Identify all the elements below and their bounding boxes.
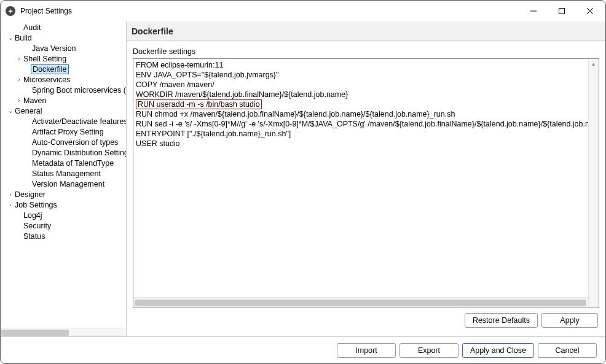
caret-placeholder: · (24, 44, 31, 53)
tree-item-label: Security (23, 222, 52, 230)
editor-line: FROM eclipse-temurin:11 (136, 60, 588, 70)
chevron-right-icon[interactable]: › (7, 190, 14, 199)
tree-item[interactable]: ·Log4j (1, 211, 126, 221)
caret-placeholder: · (24, 85, 31, 95)
tree-item-label: Spring Boot microservices (Deprecated) (31, 86, 126, 95)
titlebar: ✦ Project Settings (1, 1, 605, 21)
import-button[interactable]: Import (337, 343, 396, 358)
tree-item-label: Auto-Conversion of types (31, 138, 119, 147)
editor-vertical-scrollbar[interactable]: ▲ (588, 59, 599, 308)
tree-item[interactable]: ·Java Version (1, 44, 126, 54)
tree-item[interactable]: ›Shell Setting (1, 54, 126, 64)
tree-item[interactable]: ·Status Management (1, 169, 126, 179)
editor-horizontal-scrollbar[interactable] (133, 297, 588, 308)
tree-item-label: General (14, 107, 42, 115)
tree-item-label: Microservices (23, 76, 71, 84)
apply-and-close-button[interactable]: Apply and Close (462, 343, 534, 358)
tree-item[interactable]: ·Status (1, 231, 126, 242)
tree-item[interactable]: ⌄Build (1, 33, 126, 44)
dockerfile-editor-container: FROM eclipse-temurin:11ENV JAVA_OPTS="${… (133, 58, 599, 308)
tree-item[interactable]: ·Metadata of TalendType (1, 158, 126, 169)
scrollbar-up-arrow-icon[interactable]: ▲ (588, 59, 599, 69)
tree-item-label: Designer (14, 190, 46, 199)
chevron-right-icon[interactable]: › (15, 54, 23, 64)
tree-item[interactable]: ·Version Management (1, 179, 126, 190)
cancel-button[interactable]: Cancel (538, 343, 597, 358)
footer: Import Export Apply and Close Cancel (1, 336, 605, 363)
tree-item[interactable]: ·Security (1, 221, 126, 231)
tree-item-label: Maven (23, 96, 47, 105)
window-controls (519, 2, 604, 20)
tree-item[interactable]: ›Designer (1, 190, 126, 200)
body-area: ·Audit⌄Build·Java Version›Shell Setting·… (1, 21, 605, 336)
tree-item[interactable]: ⌄General (1, 106, 126, 117)
caret-placeholder: · (24, 137, 31, 147)
chevron-right-icon[interactable]: › (7, 200, 14, 210)
settings-tree[interactable]: ·Audit⌄Build·Java Version›Shell Setting·… (1, 23, 126, 242)
tree-item-label: Status Management (31, 169, 101, 178)
content-area: Dockerfile settings FROM eclipse-temurin… (127, 41, 605, 336)
export-button[interactable]: Export (399, 343, 458, 358)
chevron-right-icon[interactable]: › (15, 75, 23, 85)
tree-item-label: Version Management (31, 180, 105, 188)
sidebar-scrollbar-thumb[interactable] (1, 330, 69, 336)
tree-item[interactable]: ›Job Settings (1, 200, 126, 211)
main-panel: Dockerfile Dockerfile settings FROM ecli… (127, 21, 605, 336)
tree-item[interactable]: ·Activate/Deactivate features (1, 117, 126, 127)
page-title: Dockerfile (132, 26, 173, 36)
caret-placeholder: · (24, 64, 31, 74)
dialog-window: ✦ Project Settings ·Audit⌄Build·Java Ver… (0, 0, 606, 364)
dockerfile-editor[interactable]: FROM eclipse-temurin:11ENV JAVA_OPTS="${… (136, 60, 588, 149)
tree-item[interactable]: ·Spring Boot microservices (Deprecated) (1, 85, 126, 96)
tree-item-label: Dockerfile (31, 65, 68, 74)
editor-line: RUN chmod +x /maven/${talend.job.finalNa… (136, 109, 588, 119)
caret-placeholder: · (24, 148, 31, 158)
close-button[interactable] (576, 2, 604, 20)
panel-buttons: Restore Defaults Apply (133, 308, 599, 333)
tree-item[interactable]: ·Auto-Conversion of types (1, 137, 126, 148)
sidebar-horizontal-scrollbar[interactable] (1, 328, 126, 336)
tree-item-label: Metadata of TalendType (31, 159, 114, 168)
chevron-down-icon[interactable]: ⌄ (7, 33, 14, 43)
tree-item[interactable]: ›Microservices (1, 75, 126, 85)
tree-item[interactable]: ›Maven (1, 96, 126, 106)
apply-button[interactable]: Apply (541, 313, 598, 328)
caret-placeholder: · (24, 158, 31, 168)
app-icon: ✦ (6, 6, 15, 16)
sidebar: ·Audit⌄Build·Java Version›Shell Setting·… (1, 21, 127, 336)
svg-rect-1 (559, 9, 565, 14)
minimize-button[interactable] (519, 2, 548, 20)
chevron-down-icon[interactable]: ⌄ (7, 106, 14, 116)
caret-placeholder: · (15, 231, 23, 241)
restore-defaults-button[interactable]: Restore Defaults (465, 313, 538, 328)
tree-item-label: Activate/Deactivate features (31, 117, 126, 126)
tree-item-label: Build (14, 34, 33, 42)
tree-item-label: Job Settings (14, 201, 58, 209)
editor-line: ENTRYPOINT ["./${talend.job.name}_run.sh… (136, 129, 588, 139)
caret-placeholder: · (24, 179, 31, 189)
caret-placeholder: · (24, 127, 31, 137)
editor-horizontal-scrollbar-thumb[interactable] (135, 300, 586, 306)
tree-item-label: Shell Setting (23, 55, 67, 63)
editor-line: ENV JAVA_OPTS="${talend.job.jvmargs}" (136, 70, 588, 80)
tree-item[interactable]: ·Artifact Proxy Setting (1, 127, 126, 137)
tree-item[interactable]: ·Audit (1, 23, 126, 33)
tree-item-label: Status (23, 232, 45, 241)
tree-item-label: Audit (23, 23, 42, 32)
maximize-button[interactable] (548, 2, 576, 20)
tree-item-label: Log4j (23, 211, 43, 220)
titlebar-left: ✦ Project Settings (6, 6, 72, 16)
highlighted-line: RUN useradd -m -s /bin/bash studio (136, 99, 262, 109)
editor-line: USER studio (136, 139, 588, 149)
tree-item[interactable]: ·Dockerfile (1, 64, 126, 75)
editor-line: RUN sed -i -e 's/ -Xms[0-9]*M//g' -e 's/… (136, 119, 588, 129)
editor-line: WORKDIR /maven/${talend.job.finalName}/$… (136, 90, 588, 99)
editor-line: COPY /maven /maven/ (136, 80, 588, 90)
tree-item-label: Dynamic Distribution Settings (31, 149, 126, 157)
chevron-right-icon[interactable]: › (15, 96, 23, 106)
caret-placeholder: · (15, 221, 23, 231)
caret-placeholder: · (24, 169, 31, 179)
tree-item-label: Artifact Proxy Setting (31, 128, 104, 136)
tree-item[interactable]: ·Dynamic Distribution Settings (1, 148, 126, 158)
tree-item-label: Java Version (31, 44, 77, 53)
